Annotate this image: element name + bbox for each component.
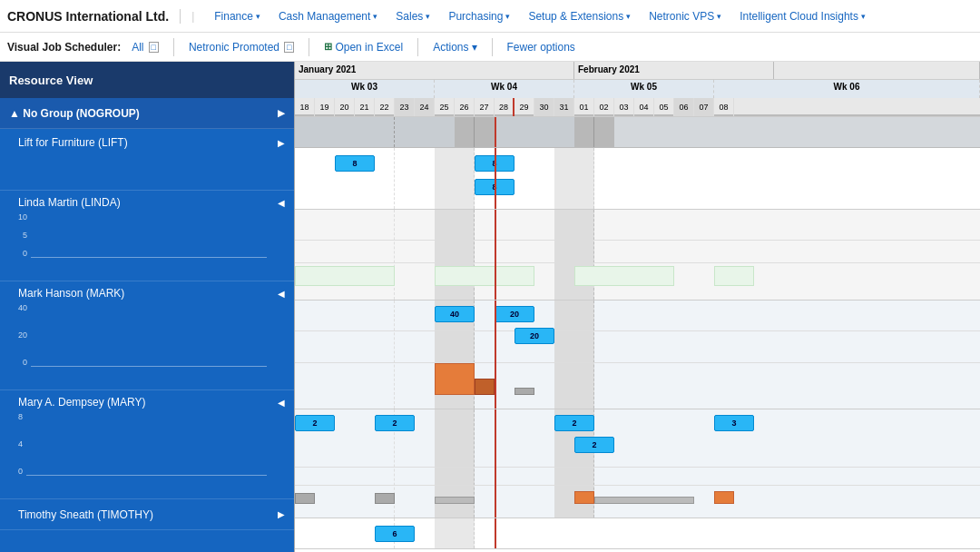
chart-bar-mary-orange bbox=[574, 491, 594, 504]
day-20: 20 bbox=[335, 98, 355, 116]
gantt-body: 8 8 8 bbox=[295, 117, 980, 549]
gantt-header: January 2021 February 2021 Wk 03 Wk 04 W… bbox=[295, 62, 980, 117]
day-18: 18 bbox=[295, 98, 315, 116]
chevron-icon: ▾ bbox=[505, 12, 510, 21]
task-mary-1[interactable]: 2 bbox=[295, 415, 335, 431]
gantt-row-linda bbox=[295, 210, 980, 301]
task-mary-4[interactable]: 2 bbox=[574, 437, 614, 453]
chevron-icon: ▾ bbox=[373, 12, 377, 21]
expand-icon: ▶ bbox=[278, 108, 285, 118]
actions-button[interactable]: Actions ▾ bbox=[426, 39, 484, 55]
day-21: 21 bbox=[355, 98, 375, 116]
all-button[interactable]: All □ bbox=[124, 39, 166, 55]
task-mary-5[interactable]: 3 bbox=[714, 415, 754, 431]
chart-bar-linda-2 bbox=[435, 266, 534, 286]
chevron-icon: ▾ bbox=[861, 12, 866, 21]
nav-setup[interactable]: Setup & Extensions ▾ bbox=[519, 0, 640, 33]
day-feb-5: 05 bbox=[654, 98, 674, 116]
chevron-down-icon: ▾ bbox=[472, 41, 477, 54]
day-23: 23 bbox=[395, 98, 415, 116]
chevron-icon: ▾ bbox=[717, 12, 721, 21]
nav-finance[interactable]: Finance ▾ bbox=[205, 0, 270, 33]
chart-bar-mark-small bbox=[475, 379, 495, 395]
netronic-promoted-button[interactable]: Netronic Promoted □ bbox=[181, 39, 301, 55]
separator bbox=[492, 38, 493, 56]
chart-bar-mary-gray2 bbox=[375, 493, 395, 504]
task-mark-1[interactable]: 40 bbox=[435, 306, 475, 322]
expand-icon: ◀ bbox=[278, 398, 285, 408]
resource-row-mark[interactable]: Mark Hanson (MARK) ◀ 40 20 0 bbox=[0, 281, 294, 390]
chart-bar-mary-gray1 bbox=[295, 493, 315, 504]
task-mary-2[interactable]: 2 bbox=[375, 415, 415, 431]
expand-icon: ▶ bbox=[278, 138, 285, 148]
day-feb-7: 07 bbox=[694, 98, 714, 116]
gantt-row-mary: 2 2 2 2 3 bbox=[295, 409, 980, 518]
separator bbox=[417, 38, 418, 56]
day-28: 28 bbox=[495, 98, 514, 116]
task-mark-2[interactable]: 20 bbox=[495, 306, 534, 322]
toolbar: Visual Job Scheduler: All □ Netronic Pro… bbox=[0, 33, 980, 62]
day-header-row: 18 19 20 21 22 23 24 25 26 27 28 29 30 3… bbox=[295, 98, 980, 116]
scheduler: Resource View ▲ No Group (NOGROUP) ▶ Lif… bbox=[0, 62, 980, 552]
nav-purchasing[interactable]: Purchasing ▾ bbox=[439, 0, 519, 33]
day-29: 29 bbox=[514, 98, 534, 116]
gantt-area: January 2021 February 2021 Wk 03 Wk 04 W… bbox=[295, 62, 980, 552]
task-mary-3[interactable]: 2 bbox=[554, 415, 594, 431]
company-name: CRONUS International Ltd. bbox=[7, 9, 181, 24]
day-feb-6: 06 bbox=[674, 98, 694, 116]
month-january: January 2021 bbox=[295, 62, 574, 79]
chart-bar-linda-1 bbox=[295, 266, 395, 286]
nav-netronic-vps[interactable]: Netronic VPS ▾ bbox=[640, 0, 730, 33]
chevron-icon: ▾ bbox=[256, 12, 260, 21]
toolbar-title: Visual Job Scheduler: bbox=[7, 41, 121, 54]
group-row-nogroup[interactable]: ▲ No Group (NOGROUP) ▶ bbox=[0, 98, 294, 129]
month-header-row: January 2021 February 2021 bbox=[295, 62, 980, 80]
day-feb-4: 04 bbox=[634, 98, 654, 116]
resource-row-linda[interactable]: Linda Martin (LINDA) ◀ 10 5 0 bbox=[0, 191, 294, 281]
month-february: February 2021 bbox=[574, 62, 774, 79]
top-navigation: CRONUS International Ltd. | Finance ▾ Ca… bbox=[0, 0, 980, 33]
day-feb-1: 01 bbox=[574, 98, 594, 116]
nav-sales[interactable]: Sales ▾ bbox=[387, 0, 439, 33]
chart-bar-mary-gray4 bbox=[594, 497, 694, 504]
separator bbox=[173, 38, 174, 56]
chart-bar-mary-gray3 bbox=[435, 497, 475, 504]
resource-row-timothy[interactable]: Timothy Sneath (TIMOTHY) ▶ bbox=[0, 499, 294, 530]
nav-cloud-insights[interactable]: Intelligent Cloud Insights ▾ bbox=[730, 0, 875, 33]
gantt-row-lift: 8 8 8 bbox=[295, 148, 980, 210]
chevron-icon: ▾ bbox=[626, 12, 631, 21]
resource-row-mary[interactable]: Mary A. Dempsey (MARY) ◀ 8 4 0 bbox=[0, 390, 294, 499]
chart-bar-mark-gray bbox=[514, 388, 534, 395]
wk03-label: Wk 03 bbox=[295, 80, 435, 98]
resource-row-lift[interactable]: Lift for Furniture (LIFT) ▶ bbox=[0, 129, 294, 191]
chevron-icon: ▾ bbox=[426, 12, 430, 21]
month-extra bbox=[774, 62, 980, 79]
day-19: 19 bbox=[315, 98, 335, 116]
task-timothy-1[interactable]: 6 bbox=[375, 526, 415, 542]
separator bbox=[309, 38, 309, 56]
gantt-row-mark: 40 20 20 bbox=[295, 301, 980, 409]
expand-icon: ◀ bbox=[278, 198, 285, 208]
task-lift-1[interactable]: 8 bbox=[335, 155, 375, 172]
day-31: 31 bbox=[554, 98, 574, 116]
wk04-label: Wk 04 bbox=[435, 80, 574, 98]
today-line bbox=[495, 117, 496, 147]
day-feb-2: 02 bbox=[594, 98, 614, 116]
day-27: 27 bbox=[475, 98, 495, 116]
chart-bar-mary-orange2 bbox=[714, 491, 734, 504]
resource-panel: Resource View ▲ No Group (NOGROUP) ▶ Lif… bbox=[0, 62, 295, 552]
day-22: 22 bbox=[375, 98, 395, 116]
day-25: 25 bbox=[435, 98, 455, 116]
nav-cash-management[interactable]: Cash Management ▾ bbox=[270, 0, 387, 33]
day-feb-3: 03 bbox=[614, 98, 634, 116]
task-mark-3[interactable]: 20 bbox=[514, 328, 554, 344]
week-header-row: Wk 03 Wk 04 Wk 05 Wk 06 bbox=[295, 80, 980, 98]
day-24: 24 bbox=[415, 98, 435, 116]
excel-icon: ⊞ bbox=[324, 41, 332, 53]
open-excel-button[interactable]: ⊞ Open in Excel bbox=[317, 39, 410, 55]
gantt-row-nogroup bbox=[295, 117, 980, 148]
fewer-options-button[interactable]: Fewer options bbox=[500, 39, 583, 55]
chart-bar-linda-4 bbox=[714, 266, 754, 286]
wk06-label: Wk 06 bbox=[714, 80, 980, 98]
chart-bar-mark-orange bbox=[435, 363, 475, 395]
